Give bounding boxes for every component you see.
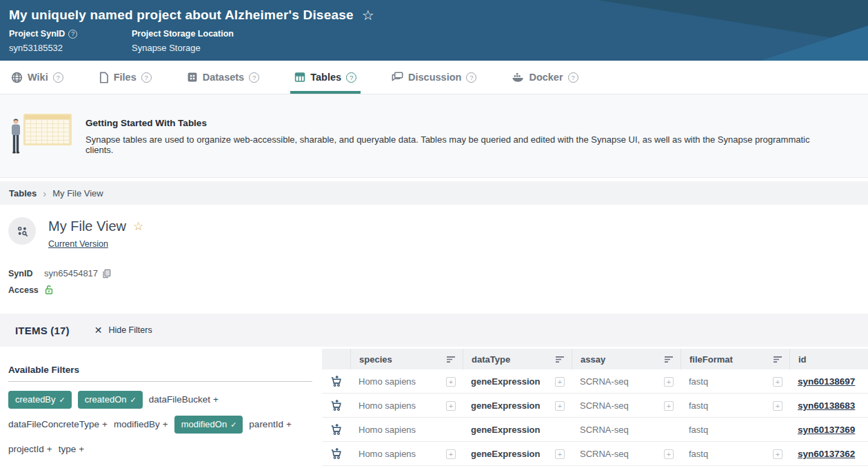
table-header-row: species dataType assay fileFormat id <box>322 349 868 369</box>
add-to-cart-icon[interactable] <box>330 399 343 412</box>
filter-add-type[interactable]: type+ <box>59 440 84 458</box>
available-filters-heading: Available Filters <box>8 365 312 382</box>
cart-cell <box>322 369 350 394</box>
synapse-id-link[interactable]: syn60138697 <box>798 376 855 387</box>
add-facet-filter-icon[interactable]: + <box>555 449 565 459</box>
file-view-entity-icon <box>8 217 36 245</box>
add-to-cart-icon[interactable] <box>330 447 343 460</box>
add-facet-filter-icon[interactable]: + <box>446 377 456 387</box>
species-value: Homo sapiens <box>359 449 416 459</box>
tab-discussion[interactable]: Discussion ? <box>390 61 478 94</box>
getting-started-title: Getting Started With Tables <box>85 118 830 128</box>
fileFormat-value: fastq <box>689 449 708 459</box>
project-synid-label: Project SynID ? <box>9 29 132 39</box>
tab-files[interactable]: Files ? <box>97 61 153 94</box>
filter-add-modifiedBy[interactable]: modifiedBy+ <box>114 416 168 434</box>
cell-assay: SCRNA-seq+ <box>572 369 680 394</box>
help-icon[interactable]: ? <box>568 72 578 83</box>
open-lock-icon[interactable] <box>44 285 54 295</box>
filter-add-dataFileBucket[interactable]: dataFileBucket+ <box>149 391 219 409</box>
filter-chip-createdOn[interactable]: createdOn✓ <box>78 391 143 409</box>
dataType-value: geneExpression <box>471 400 540 411</box>
available-filters-panel: Available Filters createdBy✓createdOn✓da… <box>0 347 322 468</box>
synapse-id-link[interactable]: syn60137369 <box>798 425 855 435</box>
add-facet-filter-icon[interactable]: + <box>664 449 674 459</box>
cell-dataType: geneExpression+ <box>463 369 572 394</box>
synapse-id-link[interactable]: syn60137362 <box>798 449 855 459</box>
add-facet-filter-icon[interactable]: + <box>664 377 674 387</box>
synid-label: SynID <box>8 269 44 278</box>
tab-label: Datasets <box>203 72 244 83</box>
add-facet-filter-icon[interactable]: + <box>446 401 456 411</box>
tab-datasets[interactable]: Datasets ? <box>185 61 261 94</box>
filter-add-projectId[interactable]: projectId+ <box>8 440 52 458</box>
person-illustration-icon <box>8 118 23 161</box>
help-icon[interactable]: ? <box>249 72 259 83</box>
help-icon[interactable]: ? <box>68 30 77 39</box>
file-view-table: species dataType assay fileFormat id <box>322 349 868 468</box>
add-facet-filter-icon[interactable]: + <box>773 401 783 411</box>
help-icon[interactable]: ? <box>466 72 476 83</box>
cell-dataType: geneExpression <box>463 418 572 442</box>
discussion-icon <box>392 72 403 83</box>
add-facet-filter-icon[interactable]: + <box>446 449 456 459</box>
breadcrumb-tables-link[interactable]: Tables <box>9 188 37 199</box>
fileFormat-value: fastq <box>689 400 708 411</box>
add-to-cart-icon[interactable] <box>330 375 343 388</box>
cell-species: Homo sapiens+ <box>350 369 463 394</box>
items-bar: ITEMS (17) ✕ Hide Filters <box>0 314 868 347</box>
cell-species: Homo sapiens+ <box>350 442 463 466</box>
filter-add-parentId[interactable]: parentId+ <box>249 416 291 434</box>
tab-wiki[interactable]: Wiki ? <box>10 61 65 94</box>
globe-icon <box>11 72 23 83</box>
cell-dataType: geneExpression+ <box>463 442 572 466</box>
synid-value: syn65454817 <box>44 268 98 278</box>
column-header-assay: assay <box>572 349 680 369</box>
tables-illustration <box>8 108 85 177</box>
filter-chip-modifiedOn[interactable]: modifiedOn✓ <box>174 416 243 434</box>
access-label: Access <box>8 285 44 295</box>
help-icon[interactable]: ? <box>53 72 63 83</box>
add-facet-filter-icon[interactable]: + <box>664 401 674 411</box>
table-row: Homo sapiens+geneExpression+SCRNA-seq+fa… <box>322 369 868 394</box>
favorite-star-icon[interactable]: ☆ <box>133 219 143 234</box>
column-header-id: id <box>789 349 868 369</box>
filter-chip-createdBy[interactable]: createdBy✓ <box>8 391 72 409</box>
add-facet-filter-icon[interactable]: + <box>773 449 783 459</box>
tab-tables[interactable]: Tables ? <box>293 61 358 94</box>
column-header-species: species <box>350 349 463 369</box>
species-value: Homo sapiens <box>359 376 416 387</box>
cell-id: syn60137362 <box>789 442 868 466</box>
copy-icon[interactable] <box>102 269 111 278</box>
cart-cell <box>322 394 350 418</box>
storage-location-value: Synapse Storage <box>132 43 234 53</box>
add-facet-filter-icon[interactable]: + <box>555 377 565 387</box>
hide-filters-button[interactable]: ✕ Hide Filters <box>94 325 152 336</box>
fileFormat-value: fastq <box>689 376 708 387</box>
add-to-cart-icon[interactable] <box>330 423 343 436</box>
tab-label: Docker <box>529 72 563 83</box>
sort-filter-icon[interactable] <box>773 356 783 363</box>
filter-add-dataFileConcreteType[interactable]: dataFileConcreteType+ <box>8 416 108 434</box>
assay-value: SCRNA-seq <box>580 425 629 435</box>
tab-docker[interactable]: Docker ? <box>510 61 579 94</box>
filter-chip-list: createdBy✓createdOn✓dataFileBucket+dataF… <box>8 391 313 458</box>
sort-filter-icon[interactable] <box>446 356 456 363</box>
synapse-id-link[interactable]: syn60138683 <box>798 400 855 411</box>
cell-species: Homo sapiens <box>350 418 463 442</box>
sort-filter-icon[interactable] <box>664 356 674 363</box>
add-facet-filter-icon[interactable]: + <box>555 401 565 411</box>
help-icon[interactable]: ? <box>141 72 152 83</box>
help-icon[interactable]: ? <box>346 72 356 83</box>
dataType-value: geneExpression <box>471 376 540 387</box>
cell-dataType: geneExpression+ <box>463 394 572 418</box>
current-version-link[interactable]: Current Version <box>48 239 108 249</box>
project-header: My uniquely named project about Alzheime… <box>0 0 868 61</box>
favorite-star-icon[interactable]: ☆ <box>362 7 374 23</box>
file-icon <box>99 72 109 83</box>
sort-filter-icon[interactable] <box>555 356 565 363</box>
close-icon: ✕ <box>94 325 103 336</box>
storage-location-label: Project Storage Location <box>132 29 234 39</box>
add-facet-filter-icon[interactable]: + <box>773 377 783 387</box>
breadcrumb-current: My File View <box>52 188 103 199</box>
